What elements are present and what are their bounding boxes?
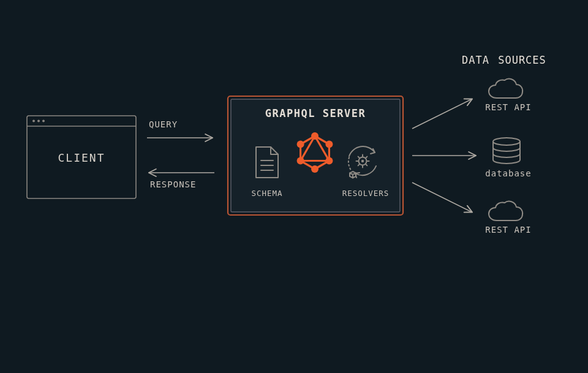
diagram-canvas: DATA SOURCES CLIENT QUERY RESPONSE GRAPH… [0,0,588,373]
cloud-icon [0,0,588,373]
rest-api-bottom-label: REST API [484,225,533,235]
